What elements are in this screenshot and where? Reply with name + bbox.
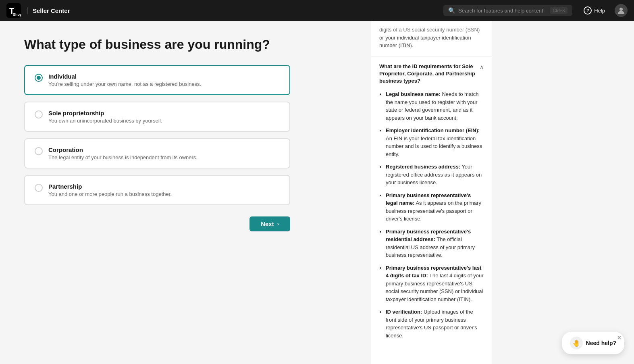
panel-list-item: Legal business name: Needs to match the …	[386, 90, 484, 122]
panel-section: What are the ID requirements for Sole Pr…	[371, 56, 492, 346]
svg-text:Shop: Shop	[13, 12, 21, 17]
help-button[interactable]: ? Help	[584, 6, 605, 15]
option-desc-partnership: You and one or more people run a busines…	[48, 191, 280, 197]
close-icon[interactable]: ×	[617, 334, 621, 341]
option-desc-sole_proprietorship: You own an unincorporated business by yo…	[48, 118, 280, 124]
main-layout: What type of business are you running? I…	[0, 21, 634, 364]
panel-list-item: Registered business address: Your regist…	[386, 163, 484, 187]
help-icon: ?	[584, 6, 592, 15]
next-arrow-icon: ›	[277, 221, 279, 227]
option-desc-individual: You're selling under your own name, not …	[48, 81, 280, 87]
option-name-individual: Individual	[48, 73, 280, 80]
option-text-partnership: Partnership You and one or more people r…	[48, 183, 280, 197]
business-option-individual[interactable]: Individual You're selling under your own…	[24, 65, 290, 95]
business-options-list: Individual You're selling under your own…	[24, 65, 290, 205]
radio-sole_proprietorship	[35, 110, 43, 119]
need-help-bubble[interactable]: × 🤚 Need help?	[562, 332, 624, 354]
option-name-sole_proprietorship: Sole proprietorship	[48, 110, 280, 116]
search-placeholder: Search for features and help content	[458, 8, 547, 14]
panel-list-item: Employer identification number (EIN): An…	[386, 127, 484, 158]
right-panel: digits of a US social security number (S…	[371, 21, 492, 364]
option-name-corporation: Corporation	[48, 146, 280, 153]
panel-list-item: Primary business representative's legal …	[386, 191, 484, 223]
need-help-label: Need help?	[586, 340, 616, 346]
radio-corporation	[35, 147, 43, 155]
user-avatar[interactable]	[615, 4, 628, 17]
panel-requirements-list: Legal business name: Needs to match the …	[379, 90, 484, 339]
navbar-search[interactable]: 🔍 Search for features and help content C…	[443, 5, 572, 16]
help-label: Help	[594, 8, 605, 14]
panel-section-title: What are the ID requirements for Sole Pr…	[379, 63, 476, 85]
business-option-sole_proprietorship[interactable]: Sole proprietorship You own an unincorpo…	[24, 102, 290, 132]
option-desc-corporation: The legal entity of your business is ind…	[48, 154, 280, 160]
next-button-row: Next ›	[24, 216, 290, 231]
option-text-corporation: Corporation The legal entity of your bus…	[48, 146, 280, 160]
content-area: What type of business are you running? I…	[0, 21, 371, 364]
avatar-icon	[617, 6, 625, 15]
panel-list-item: ID verification: Upload images of the fr…	[386, 308, 484, 339]
chevron-up-icon: ∧	[480, 64, 484, 70]
business-option-corporation[interactable]: Corporation The legal entity of your bus…	[24, 138, 290, 168]
navbar: T Shop Seller Center 🔍 Search for featur…	[0, 0, 634, 21]
tiktok-shop-logo-icon: T Shop	[6, 3, 21, 18]
panel-list-item: Primary business representative's last 4…	[386, 264, 484, 304]
navbar-logo[interactable]: T Shop	[6, 3, 21, 18]
option-text-individual: Individual You're selling under your own…	[48, 73, 280, 87]
business-option-partnership[interactable]: Partnership You and one or more people r…	[24, 175, 290, 205]
radio-partnership	[35, 184, 43, 192]
svg-point-3	[619, 8, 623, 11]
search-shortcut: Ctrl+K	[550, 7, 567, 14]
next-button[interactable]: Next ›	[249, 216, 290, 231]
panel-list-item: Primary business representative's reside…	[386, 228, 484, 259]
panel-fade-text: digits of a US social security number (S…	[379, 27, 480, 48]
search-icon: 🔍	[448, 7, 455, 14]
panel-section-header[interactable]: What are the ID requirements for Sole Pr…	[379, 63, 484, 85]
panel-fade-section: digits of a US social security number (S…	[371, 21, 492, 56]
radio-individual	[35, 74, 43, 82]
page-title: What type of business are you running?	[24, 37, 347, 52]
option-text-sole_proprietorship: Sole proprietorship You own an unincorpo…	[48, 110, 280, 124]
option-name-partnership: Partnership	[48, 183, 280, 190]
need-help-icon: 🤚	[570, 337, 583, 349]
navbar-brand: Seller Center	[27, 7, 70, 14]
